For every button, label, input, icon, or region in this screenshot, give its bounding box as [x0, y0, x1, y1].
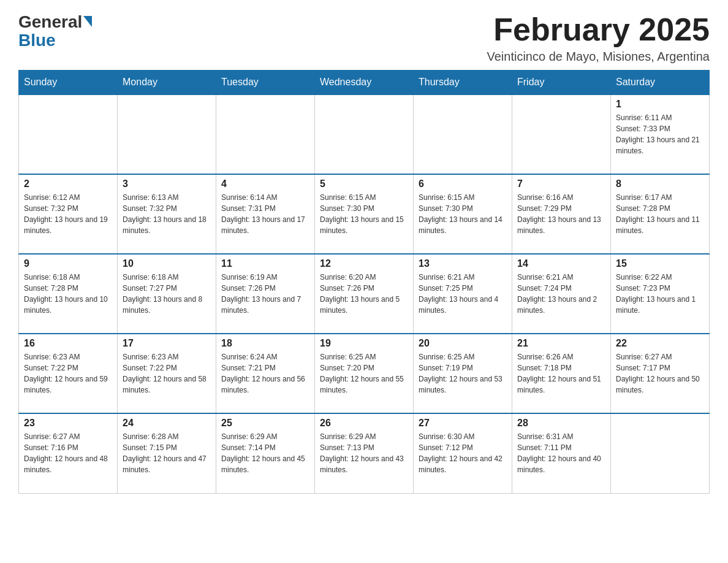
calendar-cell: [512, 94, 611, 174]
calendar-cell: [611, 413, 710, 493]
calendar-cell: 21Sunrise: 6:26 AMSunset: 7:18 PMDayligh…: [512, 334, 611, 413]
day-info: Sunrise: 6:14 AMSunset: 7:31 PMDaylight:…: [221, 192, 309, 236]
day-info: Sunrise: 6:21 AMSunset: 7:25 PMDaylight:…: [419, 272, 507, 316]
calendar-cell: 6Sunrise: 6:15 AMSunset: 7:30 PMDaylight…: [414, 174, 512, 254]
logo-blue-text: Blue: [18, 31, 56, 50]
day-number: 11: [221, 258, 309, 269]
calendar-cell: 24Sunrise: 6:28 AMSunset: 7:15 PMDayligh…: [118, 413, 216, 493]
calendar-cell: 2Sunrise: 6:12 AMSunset: 7:32 PMDaylight…: [19, 174, 118, 254]
calendar-cell: 1Sunrise: 6:11 AMSunset: 7:33 PMDaylight…: [611, 94, 710, 174]
calendar-cell: 16Sunrise: 6:23 AMSunset: 7:22 PMDayligh…: [19, 334, 118, 413]
week-row-2: 2Sunrise: 6:12 AMSunset: 7:32 PMDaylight…: [19, 174, 710, 254]
day-number: 14: [517, 258, 605, 269]
week-row-5: 23Sunrise: 6:27 AMSunset: 7:16 PMDayligh…: [19, 413, 710, 493]
logo-general-text: General: [18, 12, 92, 32]
day-number: 15: [616, 258, 704, 269]
day-number: 21: [517, 338, 605, 349]
day-number: 2: [24, 178, 112, 190]
calendar-cell: 27Sunrise: 6:30 AMSunset: 7:12 PMDayligh…: [414, 413, 512, 493]
calendar-cell: 4Sunrise: 6:14 AMSunset: 7:31 PMDaylight…: [216, 174, 315, 254]
day-info: Sunrise: 6:31 AMSunset: 7:11 PMDaylight:…: [517, 431, 605, 475]
calendar-cell: 12Sunrise: 6:20 AMSunset: 7:26 PMDayligh…: [315, 254, 414, 334]
day-info: Sunrise: 6:27 AMSunset: 7:16 PMDaylight:…: [24, 431, 112, 475]
calendar-cell: 26Sunrise: 6:29 AMSunset: 7:13 PMDayligh…: [315, 413, 414, 493]
day-info: Sunrise: 6:29 AMSunset: 7:14 PMDaylight:…: [221, 431, 309, 475]
calendar-cell: 19Sunrise: 6:25 AMSunset: 7:20 PMDayligh…: [315, 334, 414, 413]
day-number: 3: [123, 178, 211, 190]
day-info: Sunrise: 6:16 AMSunset: 7:29 PMDaylight:…: [517, 192, 605, 236]
day-number: 18: [221, 338, 309, 349]
day-number: 6: [419, 178, 507, 190]
day-info: Sunrise: 6:23 AMSunset: 7:22 PMDaylight:…: [24, 351, 112, 396]
day-info: Sunrise: 6:28 AMSunset: 7:15 PMDaylight:…: [123, 431, 211, 475]
day-info: Sunrise: 6:19 AMSunset: 7:26 PMDaylight:…: [221, 272, 309, 316]
calendar-cell: 8Sunrise: 6:17 AMSunset: 7:28 PMDaylight…: [611, 174, 710, 254]
day-number: 9: [24, 258, 112, 269]
calendar-cell: 15Sunrise: 6:22 AMSunset: 7:23 PMDayligh…: [611, 254, 710, 334]
day-info: Sunrise: 6:25 AMSunset: 7:19 PMDaylight:…: [419, 351, 507, 396]
day-number: 13: [419, 258, 507, 269]
day-number: 17: [123, 338, 211, 349]
calendar-cell: 7Sunrise: 6:16 AMSunset: 7:29 PMDaylight…: [512, 174, 611, 254]
day-info: Sunrise: 6:23 AMSunset: 7:22 PMDaylight:…: [123, 351, 211, 396]
week-row-4: 16Sunrise: 6:23 AMSunset: 7:22 PMDayligh…: [19, 334, 710, 413]
calendar-cell: 17Sunrise: 6:23 AMSunset: 7:22 PMDayligh…: [118, 334, 216, 413]
calendar-cell: [216, 94, 315, 174]
calendar-cell: 13Sunrise: 6:21 AMSunset: 7:25 PMDayligh…: [414, 254, 512, 334]
day-info: Sunrise: 6:18 AMSunset: 7:27 PMDaylight:…: [123, 272, 211, 316]
logo-arrow-icon: [83, 16, 92, 27]
calendar-cell: 3Sunrise: 6:13 AMSunset: 7:32 PMDaylight…: [118, 174, 216, 254]
day-info: Sunrise: 6:21 AMSunset: 7:24 PMDaylight:…: [517, 272, 605, 316]
day-info: Sunrise: 6:30 AMSunset: 7:12 PMDaylight:…: [419, 431, 507, 475]
calendar-cell: 5Sunrise: 6:15 AMSunset: 7:30 PMDaylight…: [315, 174, 414, 254]
day-info: Sunrise: 6:25 AMSunset: 7:20 PMDaylight:…: [320, 351, 408, 396]
day-number: 12: [320, 258, 408, 269]
calendar-cell: [118, 94, 216, 174]
logo-general-word: General: [18, 12, 82, 32]
day-info: Sunrise: 6:15 AMSunset: 7:30 PMDaylight:…: [419, 192, 507, 236]
calendar-cell: [414, 94, 512, 174]
day-info: Sunrise: 6:26 AMSunset: 7:18 PMDaylight:…: [517, 351, 605, 396]
day-number: 26: [320, 418, 408, 429]
calendar-cell: 14Sunrise: 6:21 AMSunset: 7:24 PMDayligh…: [512, 254, 611, 334]
calendar-cell: [19, 94, 118, 174]
calendar-cell: 25Sunrise: 6:29 AMSunset: 7:14 PMDayligh…: [216, 413, 315, 493]
day-info: Sunrise: 6:13 AMSunset: 7:32 PMDaylight:…: [123, 192, 211, 236]
day-number: 23: [24, 418, 112, 429]
day-number: 5: [320, 178, 408, 190]
weekday-header-monday: Monday: [118, 71, 216, 95]
day-number: 7: [517, 178, 605, 190]
day-number: 1: [616, 99, 704, 110]
weekday-header-thursday: Thursday: [414, 71, 512, 95]
calendar-cell: 10Sunrise: 6:18 AMSunset: 7:27 PMDayligh…: [118, 254, 216, 334]
title-section: February 2025 Veinticinco de Mayo, Misio…: [487, 12, 710, 64]
weekday-header-row: SundayMondayTuesdayWednesdayThursdayFrid…: [19, 71, 710, 95]
calendar-cell: 23Sunrise: 6:27 AMSunset: 7:16 PMDayligh…: [19, 413, 118, 493]
week-row-3: 9Sunrise: 6:18 AMSunset: 7:28 PMDaylight…: [19, 254, 710, 334]
day-info: Sunrise: 6:22 AMSunset: 7:23 PMDaylight:…: [616, 272, 704, 316]
weekday-header-friday: Friday: [512, 71, 611, 95]
calendar-table: SundayMondayTuesdayWednesdayThursdayFrid…: [18, 70, 710, 494]
weekday-header-wednesday: Wednesday: [315, 71, 414, 95]
day-info: Sunrise: 6:11 AMSunset: 7:33 PMDaylight:…: [616, 112, 704, 156]
weekday-header-sunday: Sunday: [19, 71, 118, 95]
day-number: 27: [419, 418, 507, 429]
day-info: Sunrise: 6:12 AMSunset: 7:32 PMDaylight:…: [24, 192, 112, 236]
day-info: Sunrise: 6:17 AMSunset: 7:28 PMDaylight:…: [616, 192, 704, 236]
month-title: February 2025: [487, 12, 710, 47]
day-info: Sunrise: 6:18 AMSunset: 7:28 PMDaylight:…: [24, 272, 112, 316]
day-number: 28: [517, 418, 605, 429]
location-subtitle: Veinticinco de Mayo, Misiones, Argentina: [487, 50, 710, 64]
weekday-header-tuesday: Tuesday: [216, 71, 315, 95]
weekday-header-saturday: Saturday: [611, 71, 710, 95]
day-number: 24: [123, 418, 211, 429]
calendar-cell: 9Sunrise: 6:18 AMSunset: 7:28 PMDaylight…: [19, 254, 118, 334]
week-row-1: 1Sunrise: 6:11 AMSunset: 7:33 PMDaylight…: [19, 94, 710, 174]
day-info: Sunrise: 6:15 AMSunset: 7:30 PMDaylight:…: [320, 192, 408, 236]
day-number: 22: [616, 338, 704, 349]
day-number: 25: [221, 418, 309, 429]
day-info: Sunrise: 6:27 AMSunset: 7:17 PMDaylight:…: [616, 351, 704, 396]
calendar-cell: 20Sunrise: 6:25 AMSunset: 7:19 PMDayligh…: [414, 334, 512, 413]
day-number: 16: [24, 338, 112, 349]
day-info: Sunrise: 6:24 AMSunset: 7:21 PMDaylight:…: [221, 351, 309, 396]
